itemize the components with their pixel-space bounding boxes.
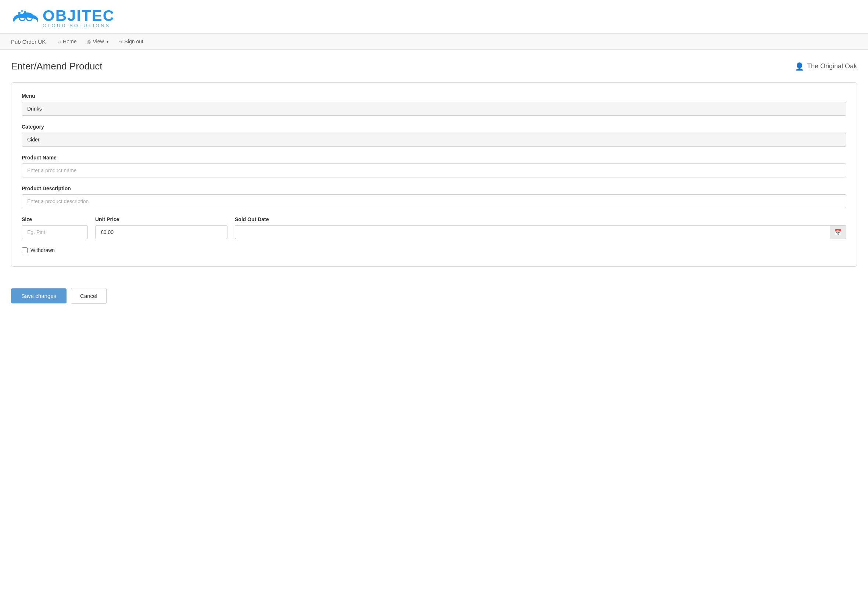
form-card: Menu Category Product Name Product Descr… (11, 82, 857, 267)
user-name: The Original Oak (807, 63, 857, 70)
user-info: 👤 The Original Oak (795, 62, 857, 71)
navbar: Pub Order UK ⌂ Home ◎ View ▾ ↪ Sign out (0, 34, 868, 50)
size-col: Size (22, 217, 88, 239)
calendar-button[interactable]: 📅 (830, 225, 846, 239)
unit-price-input[interactable] (95, 225, 228, 239)
product-description-group: Product Description (22, 186, 846, 208)
product-description-input[interactable] (22, 194, 846, 208)
withdrawn-group: Withdrawn (22, 247, 846, 253)
menu-input[interactable] (22, 102, 846, 116)
actions-bar: Save changes Cancel (0, 278, 868, 314)
nav-signout[interactable]: ↪ Sign out (113, 34, 148, 49)
eye-icon: ◎ (87, 39, 91, 44)
nav-view[interactable]: ◎ View ▾ (82, 34, 113, 49)
menu-group: Menu (22, 93, 846, 116)
product-name-label: Product Name (22, 155, 846, 160)
page-header: Enter/Amend Product 👤 The Original Oak (11, 61, 857, 72)
date-input-wrapper: 📅 (235, 225, 846, 239)
menu-label: Menu (22, 93, 846, 99)
chevron-down-icon: ▾ (107, 40, 108, 44)
size-label: Size (22, 217, 88, 222)
signout-icon: ↪ (119, 39, 123, 44)
cancel-button[interactable]: Cancel (71, 288, 107, 304)
category-group: Category (22, 124, 846, 146)
product-name-group: Product Name (22, 155, 846, 177)
category-input[interactable] (22, 133, 846, 146)
nav-view-label: View (93, 38, 104, 44)
page-title: Enter/Amend Product (11, 61, 102, 72)
calendar-icon: 📅 (834, 229, 842, 236)
svg-rect-8 (18, 12, 21, 14)
sold-out-date-input[interactable] (235, 225, 830, 239)
nav-signout-label: Sign out (125, 38, 143, 44)
navbar-brand: Pub Order UK (11, 34, 46, 49)
svg-rect-10 (24, 11, 26, 14)
product-details-row: Size Unit Price Sold Out Date 📅 (22, 217, 846, 239)
unit-price-label: Unit Price (95, 217, 228, 222)
logo-sub: CLOUD SOLUTIONS (43, 23, 115, 28)
sold-out-date-col: Sold Out Date 📅 (235, 217, 846, 239)
size-input[interactable] (22, 225, 88, 239)
logo-area: OBJITEC CLOUD SOLUTIONS (0, 0, 868, 34)
logo-icon (11, 7, 40, 30)
product-name-input[interactable] (22, 163, 846, 177)
unit-price-col: Unit Price (95, 217, 228, 239)
product-description-label: Product Description (22, 186, 846, 191)
withdrawn-checkbox[interactable] (22, 247, 28, 253)
withdrawn-label: Withdrawn (31, 247, 55, 253)
save-button[interactable]: Save changes (11, 288, 67, 304)
sold-out-date-label: Sold Out Date (235, 217, 846, 222)
logo-brand: OBJITEC (43, 8, 115, 23)
page-container: Enter/Amend Product 👤 The Original Oak M… (0, 50, 868, 278)
user-icon: 👤 (795, 62, 804, 71)
home-icon: ⌂ (58, 39, 61, 44)
category-label: Category (22, 124, 846, 130)
svg-rect-9 (21, 10, 23, 12)
nav-home[interactable]: ⌂ Home (53, 34, 82, 49)
nav-home-label: Home (63, 38, 76, 44)
